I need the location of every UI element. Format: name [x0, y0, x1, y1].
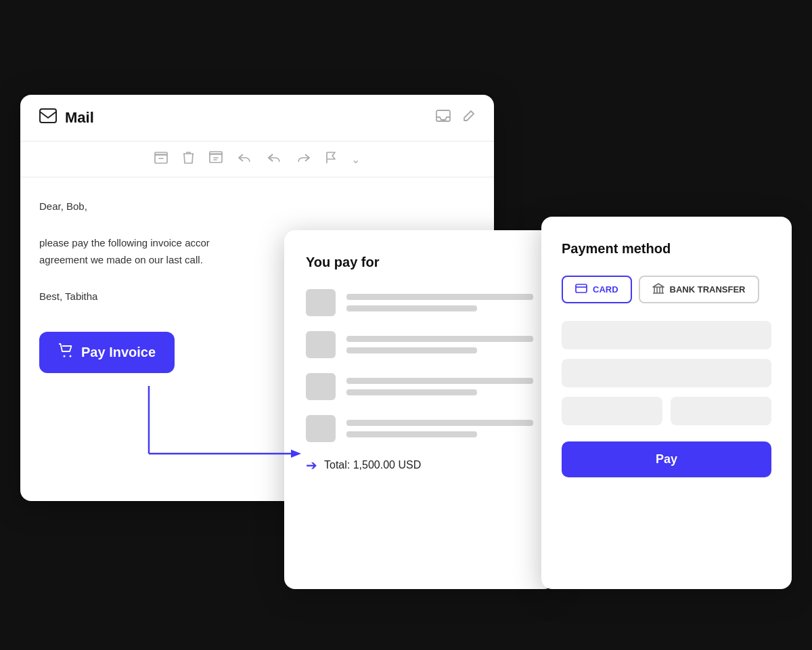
svg-rect-0	[40, 109, 56, 123]
pay-invoice-button[interactable]: Pay Invoice	[39, 332, 175, 373]
pay-button[interactable]: Pay	[562, 441, 771, 477]
invoice-row-4	[306, 415, 533, 442]
invoice-row-2	[306, 331, 533, 358]
mail-title-area: Mail	[39, 108, 436, 127]
more-icon[interactable]: ⌄	[351, 153, 360, 166]
invoice-line	[346, 378, 533, 384]
mail-app-title: Mail	[65, 109, 94, 127]
card-cvv-input[interactable]	[671, 397, 771, 425]
invoice-lines-4	[346, 420, 533, 437]
invoice-lines-2	[346, 336, 533, 353]
invoice-thumb-3	[306, 373, 336, 400]
reply-icon[interactable]	[238, 152, 251, 167]
svg-point-7	[70, 355, 72, 358]
invoice-lines-1	[346, 294, 533, 311]
reply-all-icon[interactable]	[266, 152, 282, 167]
svg-point-6	[64, 355, 66, 358]
invoice-thumb-2	[306, 331, 336, 358]
bank-icon	[652, 283, 664, 296]
flag-icon[interactable]	[325, 152, 336, 167]
invoice-total-label: Total: 1,500.00 USD	[324, 459, 421, 471]
card-expiry-input[interactable]	[562, 397, 662, 425]
mail-header-actions	[436, 110, 475, 126]
invoice-thumb-1	[306, 289, 336, 316]
cart-icon	[58, 343, 74, 362]
compose-icon[interactable]	[461, 110, 475, 126]
total-arrow-icon: ➔	[306, 457, 317, 473]
invoice-total: ➔ Total: 1,500.00 USD	[306, 457, 533, 473]
inbox-icon[interactable]	[436, 110, 451, 126]
invoice-line	[346, 347, 477, 353]
invoice-row-1	[306, 289, 533, 316]
svg-rect-3	[155, 152, 167, 155]
archive-icon[interactable]	[154, 152, 168, 167]
payment-section-title: Payment method	[562, 241, 771, 257]
pay-invoice-label: Pay Invoice	[81, 345, 156, 360]
card-name-input[interactable]	[562, 359, 771, 387]
spam-icon[interactable]	[209, 151, 223, 167]
card-details-row	[562, 397, 771, 425]
mail-header: Mail	[20, 95, 494, 142]
payment-panel: Payment method CARD BANK TRANSFER	[541, 217, 792, 589]
credit-card-icon	[575, 284, 587, 295]
invoice-panel: You pay for	[284, 230, 555, 589]
invoice-line	[346, 336, 533, 342]
pay-button-label: Pay	[656, 452, 677, 466]
invoice-lines-3	[346, 378, 533, 395]
mail-icon	[39, 108, 57, 127]
mail-toolbar: ⌄	[20, 142, 494, 177]
invoice-section-title: You pay for	[306, 255, 533, 270]
card-tab-button[interactable]: CARD	[562, 276, 632, 303]
invoice-line	[346, 294, 533, 300]
delete-icon[interactable]	[183, 151, 194, 167]
invoice-row-3	[306, 373, 533, 400]
card-number-input[interactable]	[562, 321, 771, 349]
invoice-line	[346, 431, 477, 437]
invoice-line	[346, 389, 477, 395]
invoice-line	[346, 420, 533, 426]
bank-tab-label: BANK TRANSFER	[670, 284, 746, 295]
card-tab-label: CARD	[593, 284, 618, 295]
mail-greeting: Dear, Bob,	[39, 198, 475, 215]
invoice-thumb-4	[306, 415, 336, 442]
forward-icon[interactable]	[297, 152, 311, 167]
bank-transfer-tab-button[interactable]: BANK TRANSFER	[639, 276, 759, 303]
svg-rect-11	[576, 284, 587, 292]
payment-method-tabs: CARD BANK TRANSFER	[562, 276, 771, 303]
invoice-line	[346, 305, 477, 311]
svg-rect-5	[210, 152, 222, 154]
